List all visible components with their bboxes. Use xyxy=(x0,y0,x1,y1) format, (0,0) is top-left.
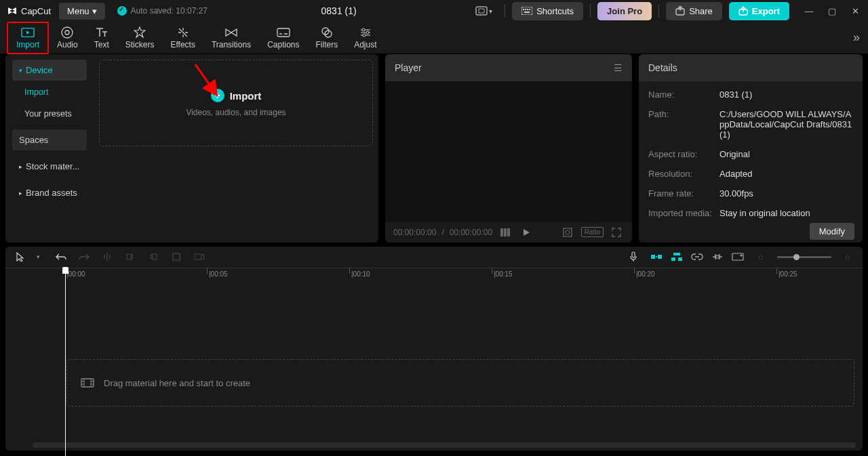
zoom-in-icon[interactable]: ○ xyxy=(841,250,854,264)
tab-label: Stickers xyxy=(125,40,155,49)
crop-icon[interactable] xyxy=(170,250,183,264)
undo-icon[interactable] xyxy=(54,250,68,264)
delete-right-icon[interactable] xyxy=(146,250,160,264)
sidebar-item-stock[interactable]: ▸Stock mater... xyxy=(12,156,87,177)
modify-button[interactable]: Modify xyxy=(810,223,854,240)
timeline-toolbar: ▾ ○ ○ xyxy=(5,247,863,268)
export-button[interactable]: Export xyxy=(729,2,789,20)
svg-point-12 xyxy=(65,30,69,35)
magnet-main-icon[interactable] xyxy=(650,250,663,264)
delete-left-icon[interactable] xyxy=(123,250,137,264)
svg-rect-19 xyxy=(500,228,503,236)
keyboard-icon xyxy=(521,7,532,15)
aspect-ratio-button[interactable]: ▾ xyxy=(470,6,498,16)
zoom-out-icon[interactable]: ○ xyxy=(754,250,768,264)
sidebar-item-presets[interactable]: Your presets xyxy=(12,104,87,124)
mic-icon[interactable] xyxy=(627,250,640,264)
timeline-tracks[interactable]: Drag material here and start to create xyxy=(5,281,863,451)
redo-icon[interactable] xyxy=(77,250,91,264)
timeline-ruler[interactable]: |00:00 |00:05 |00:10 |00:15 |00:20 |00:2… xyxy=(5,268,863,281)
svg-rect-22 xyxy=(564,228,572,236)
zoom-slider[interactable] xyxy=(777,256,831,258)
timeline-dropzone[interactable]: Drag material here and start to create xyxy=(66,359,854,407)
svg-point-14 xyxy=(322,28,329,35)
player-menu-icon[interactable]: ☰ xyxy=(614,62,623,73)
magnet-track-icon[interactable] xyxy=(670,250,684,264)
media-panel: ▾Device Import Your presets Spaces ▸Stoc… xyxy=(5,54,378,242)
svg-rect-34 xyxy=(678,257,682,261)
close-button[interactable]: ✕ xyxy=(849,6,861,16)
detail-fps-label: Frame rate: xyxy=(648,188,719,199)
tabs-more-button[interactable]: » xyxy=(853,30,860,45)
effects-icon xyxy=(176,26,190,39)
cursor-tool-icon[interactable] xyxy=(14,250,27,264)
sidebar-item-spaces[interactable]: Spaces xyxy=(12,129,87,150)
player-viewport[interactable] xyxy=(385,81,632,222)
scale-icon[interactable] xyxy=(559,227,576,238)
player-title: Player xyxy=(395,62,422,73)
svg-point-23 xyxy=(566,230,570,234)
media-sidebar: ▾Device Import Your presets Spaces ▸Stoc… xyxy=(5,54,94,242)
tab-label: Text xyxy=(94,40,109,49)
svg-rect-0 xyxy=(476,7,487,15)
tab-filters[interactable]: Filters xyxy=(308,22,347,54)
svg-rect-20 xyxy=(504,228,507,236)
app-logo: CapCut xyxy=(7,5,51,16)
shortcuts-button[interactable]: Shortcuts xyxy=(512,2,583,20)
svg-rect-25 xyxy=(153,254,157,260)
tab-text[interactable]: Text xyxy=(86,22,117,54)
fullscreen-icon[interactable] xyxy=(609,228,624,237)
tab-import[interactable]: Import xyxy=(7,22,49,54)
sidebar-item-device[interactable]: ▾Device xyxy=(12,60,87,81)
tab-captions[interactable]: Captions xyxy=(259,22,307,54)
maximize-button[interactable]: ▢ xyxy=(826,6,838,16)
app-name: CapCut xyxy=(21,6,51,16)
tab-stickers[interactable]: Stickers xyxy=(117,22,163,54)
stickers-icon xyxy=(133,26,146,39)
svg-rect-36 xyxy=(732,253,743,260)
export-icon xyxy=(738,6,748,16)
link-icon[interactable] xyxy=(690,250,704,264)
time-separator: / xyxy=(441,228,443,237)
tab-audio[interactable]: Audio xyxy=(49,22,86,54)
cursor-dropdown-icon[interactable]: ▾ xyxy=(31,250,45,264)
ratio-button[interactable]: Ratio xyxy=(581,227,604,237)
import-subtitle: Videos, audios, and images xyxy=(186,108,285,117)
import-icon xyxy=(21,26,35,39)
sidebar-item-label: Brand assets xyxy=(26,188,77,198)
svg-rect-30 xyxy=(658,255,662,259)
detail-name-value: 0831 (1) xyxy=(719,89,853,100)
minimize-button[interactable]: — xyxy=(803,6,815,16)
svg-rect-38 xyxy=(81,379,94,387)
tab-label: Captions xyxy=(267,40,299,49)
play-button[interactable] xyxy=(519,228,533,236)
divider xyxy=(505,4,505,18)
record-icon[interactable] xyxy=(193,250,206,264)
sidebar-item-import[interactable]: Import xyxy=(12,82,87,102)
split-icon[interactable] xyxy=(100,250,114,264)
dropzone-text: Drag material here and start to create xyxy=(104,378,250,388)
playhead[interactable] xyxy=(65,268,66,456)
tab-transitions[interactable]: Transitions xyxy=(203,22,259,54)
import-dropzone[interactable]: + Import Videos, audios, and images xyxy=(99,60,373,146)
chevron-down-icon: ▾ xyxy=(92,6,97,16)
horizontal-scrollbar[interactable] xyxy=(33,442,856,448)
cover-icon[interactable] xyxy=(731,250,745,264)
svg-rect-4 xyxy=(525,9,526,10)
share-button[interactable]: Share xyxy=(666,2,722,20)
player-options-icon[interactable] xyxy=(498,228,514,236)
project-title: 0831 (1) xyxy=(208,5,470,16)
join-pro-button[interactable]: Join Pro xyxy=(597,2,652,20)
chevron-right-icon: ▸ xyxy=(19,190,22,196)
tab-adjust[interactable]: Adjust xyxy=(346,22,384,54)
tab-effects[interactable]: Effects xyxy=(162,22,203,54)
detail-resolution-value: Adapted xyxy=(719,169,853,179)
menu-button[interactable]: Menu ▾ xyxy=(59,3,105,20)
tab-label: Audio xyxy=(57,40,78,49)
svg-rect-24 xyxy=(127,254,131,260)
divider xyxy=(658,4,659,18)
preview-icon[interactable] xyxy=(711,250,724,264)
sidebar-item-brand[interactable]: ▸Brand assets xyxy=(12,182,87,203)
detail-resolution-label: Resolution: xyxy=(648,169,719,179)
svg-point-11 xyxy=(62,27,73,38)
